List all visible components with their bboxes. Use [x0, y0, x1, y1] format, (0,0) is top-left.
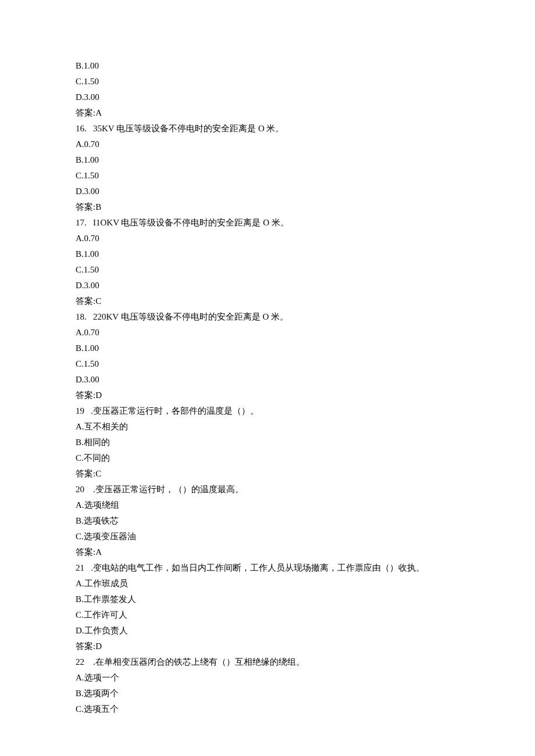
question-text: 19 .变压器正常运行时，各部件的温度是（）。	[76, 403, 459, 419]
option-text: B.相同的	[76, 435, 459, 450]
option-text: B.1.00	[76, 152, 459, 168]
option-text: D.3.00	[76, 184, 459, 199]
option-text: B.选项两个	[76, 686, 459, 701]
option-text: C.1.50	[76, 356, 459, 372]
option-text: C.1.50	[76, 168, 459, 184]
option-text: C.选项五个	[76, 701, 459, 717]
option-text: B.1.00	[76, 341, 459, 356]
question-text: 17. I1OKV 电压等级设备不停电时的安全距离是 O 米。	[76, 215, 459, 231]
option-text: D.工作负责人	[76, 623, 459, 639]
option-text: D.3.00	[76, 278, 459, 293]
answer-text: 答案:A	[76, 544, 459, 560]
question-text: 20 .变压器正常运行时，（）的温度最高。	[76, 482, 459, 497]
option-text: D.3.00	[76, 89, 459, 105]
option-text: A.0.70	[76, 231, 459, 246]
option-text: C.选项变压器油	[76, 529, 459, 544]
option-text: C.工作许可人	[76, 607, 459, 623]
option-text: D.3.00	[76, 372, 459, 388]
option-text: B.1.00	[76, 246, 459, 262]
question-text: 21 .变电站的电气工作，如当日内工作间断，工作人员从现场撤离，工作票应由（）收…	[76, 560, 459, 576]
answer-text: 答案:A	[76, 105, 459, 121]
option-text: C.1.50	[76, 74, 459, 89]
option-text: B.1.00	[76, 58, 459, 74]
answer-text: 答案:D	[76, 388, 459, 403]
question-text: 18. 220KV 电压等级设备不停电时的安全距离是 O 米。	[76, 309, 459, 325]
answer-text: 答案:D	[76, 639, 459, 654]
option-text: B.选项铁芯	[76, 513, 459, 529]
option-text: A.选项绕组	[76, 497, 459, 513]
option-text: A.0.70	[76, 137, 459, 152]
answer-text: 答案:C	[76, 293, 459, 309]
option-text: A.工作班成员	[76, 576, 459, 592]
answer-text: 答案:C	[76, 466, 459, 482]
question-text: 16. 35KV 电压等级设备不停电时的安全距离是 O 米。	[76, 121, 459, 137]
option-text: A.互不相关的	[76, 419, 459, 435]
option-text: B.工作票签发人	[76, 592, 459, 607]
document-page: B.1.00 C.1.50 D.3.00 答案:A 16. 35KV 电压等级设…	[0, 0, 535, 756]
option-text: A.选项一个	[76, 670, 459, 686]
question-text: 22 .在单相变压器闭合的铁芯上绕有（）互相绝缘的绕组。	[76, 654, 459, 670]
answer-text: 答案:B	[76, 199, 459, 215]
option-text: A.0.70	[76, 325, 459, 341]
option-text: C.不同的	[76, 450, 459, 466]
option-text: C.1.50	[76, 262, 459, 278]
